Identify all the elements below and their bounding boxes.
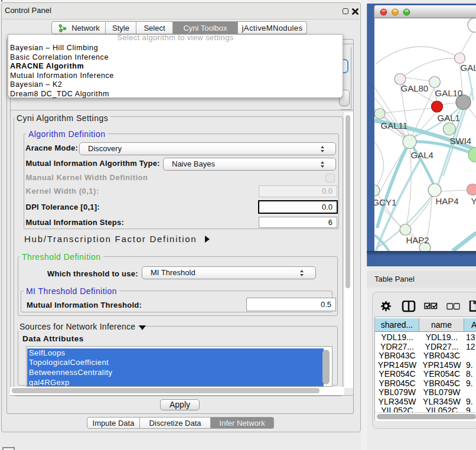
- svg-text:GAL80: GAL80: [400, 83, 428, 93]
- svg-text:HAP2: HAP2: [406, 235, 429, 245]
- svg-text:GAL4: GAL4: [410, 150, 433, 160]
- svg-text:Y: Y: [471, 196, 476, 206]
- svg-text:GAL7: GAL7: [460, 63, 476, 73]
- svg-text:HAP4: HAP4: [435, 196, 458, 206]
- svg-text:SWI4: SWI4: [449, 136, 471, 146]
- svg-text:GAL10: GAL10: [435, 88, 462, 98]
- svg-text:GAL11: GAL11: [380, 120, 407, 131]
- svg-text:GAL1: GAL1: [437, 113, 459, 123]
- svg-text:GCY1: GCY1: [374, 197, 396, 207]
